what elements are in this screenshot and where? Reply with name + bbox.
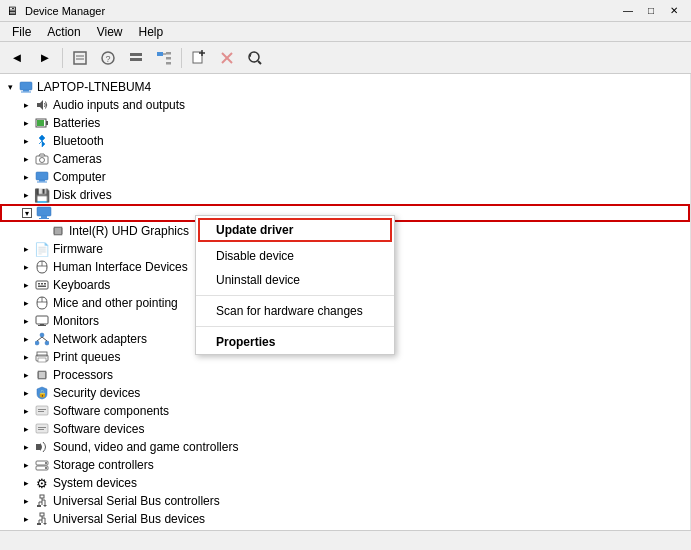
- tree-expand-mice[interactable]: ▸: [18, 295, 34, 311]
- tree-expand-software-comp[interactable]: ▸: [18, 403, 34, 419]
- close-button[interactable]: ✕: [663, 0, 685, 22]
- tree-icon-audio: [34, 97, 50, 113]
- tree-expand-batteries[interactable]: ▸: [18, 115, 34, 131]
- menu-bar: FileActionViewHelp: [0, 22, 691, 42]
- tree-label-usb: Universal Serial Bus controllers: [53, 494, 220, 508]
- context-menu-item-scan-hardware[interactable]: Scan for hardware changes: [196, 299, 394, 323]
- tree-expand-security[interactable]: ▸: [18, 385, 34, 401]
- new-button[interactable]: [186, 45, 212, 71]
- tree-item-disk[interactable]: ▸💾Disk drives: [0, 186, 690, 204]
- tree-item-security[interactable]: ▸🔒Security devices: [0, 384, 690, 402]
- svg-rect-55: [38, 325, 46, 326]
- tree-icon-usb: [34, 493, 50, 509]
- tree-item-batteries[interactable]: ▸Batteries: [0, 114, 690, 132]
- tree-label-hid: Human Interface Devices: [53, 260, 188, 274]
- tree-expand-storage[interactable]: ▸: [18, 457, 34, 473]
- menu-item-file[interactable]: File: [4, 23, 39, 41]
- menu-item-help[interactable]: Help: [131, 23, 172, 41]
- svg-point-56: [40, 333, 44, 337]
- context-menu-item-properties[interactable]: Properties: [196, 330, 394, 354]
- svg-rect-32: [37, 182, 47, 183]
- tree-icon-display: [36, 205, 52, 221]
- svg-rect-0: [74, 52, 86, 64]
- delete-button[interactable]: [214, 45, 240, 71]
- svg-rect-5: [130, 53, 142, 56]
- tree-item-processors[interactable]: ▸Processors: [0, 366, 690, 384]
- tree-item-storage[interactable]: ▸Storage controllers: [0, 456, 690, 474]
- tree-expand-keyboards[interactable]: ▸: [18, 277, 34, 293]
- tree-expand-print[interactable]: ▸: [18, 349, 34, 365]
- window-controls: — □ ✕: [617, 0, 685, 22]
- tree-expand-system[interactable]: ▸: [18, 475, 34, 491]
- tree-expand-monitors[interactable]: ▸: [18, 313, 34, 329]
- view-button[interactable]: [123, 45, 149, 71]
- tree-expand-software-dev[interactable]: ▸: [18, 421, 34, 437]
- tree-expand-display[interactable]: ▾: [20, 205, 36, 221]
- tree-expand-firmware[interactable]: ▸: [18, 241, 34, 257]
- toolbar: ◄ ► ?: [0, 42, 691, 74]
- tree-label-audio: Audio inputs and outputs: [53, 98, 185, 112]
- tree-icon-print: [34, 349, 50, 365]
- tree-label-sound: Sound, video and game controllers: [53, 440, 238, 454]
- app-icon: 🖥: [6, 4, 20, 18]
- tree-icon-intel-gpu: [50, 223, 66, 239]
- tree-icon-cameras: [34, 151, 50, 167]
- tree-item-root[interactable]: ▾LAPTOP-LTNEBUM4: [0, 78, 690, 96]
- help-button[interactable]: ?: [95, 45, 121, 71]
- tree-expand-usb-dev[interactable]: ▸: [18, 511, 34, 527]
- minimize-button[interactable]: —: [617, 0, 639, 22]
- tree-item-usb[interactable]: ▸Universal Serial Bus controllers: [0, 492, 690, 510]
- tree-expand-computer[interactable]: ▸: [18, 169, 34, 185]
- svg-rect-9: [166, 52, 171, 55]
- tree-expand-intel-gpu[interactable]: ▸: [34, 223, 50, 239]
- menu-item-action[interactable]: Action: [39, 23, 88, 41]
- tree-item-usb-dev[interactable]: ▸Universal Serial Bus devices: [0, 510, 690, 528]
- tree-expand-audio[interactable]: ▸: [18, 97, 34, 113]
- tree-button[interactable]: [151, 45, 177, 71]
- svg-rect-79: [36, 444, 40, 450]
- tree-expand-network[interactable]: ▸: [18, 331, 34, 347]
- svg-rect-26: [37, 120, 44, 126]
- svg-rect-25: [46, 121, 48, 125]
- tree-label-cameras: Cameras: [53, 152, 102, 166]
- context-menu-item-uninstall-device[interactable]: Uninstall device: [196, 268, 394, 292]
- tree-expand-usb[interactable]: ▸: [18, 493, 34, 509]
- svg-marker-91: [43, 505, 47, 507]
- properties-button[interactable]: [67, 45, 93, 71]
- tree-expand-hid[interactable]: ▸: [18, 259, 34, 275]
- svg-marker-99: [43, 523, 47, 525]
- tree-item-sound[interactable]: ▸Sound, video and game controllers: [0, 438, 690, 456]
- context-menu-item-disable-device[interactable]: Disable device: [196, 244, 394, 268]
- tree-item-software-comp[interactable]: ▸Software components: [0, 402, 690, 420]
- tree-label-keyboards: Keyboards: [53, 278, 110, 292]
- tree-label-batteries: Batteries: [53, 116, 100, 130]
- tree-item-bluetooth[interactable]: ▸Bluetooth: [0, 132, 690, 150]
- svg-rect-11: [166, 62, 171, 65]
- title-bar-text: Device Manager: [25, 5, 617, 17]
- svg-point-83: [45, 467, 47, 469]
- tree-expand-cameras[interactable]: ▸: [18, 151, 34, 167]
- tree-icon-hid: [34, 259, 50, 275]
- tree-item-software-dev[interactable]: ▸Software devices: [0, 420, 690, 438]
- forward-button[interactable]: ►: [32, 45, 58, 71]
- tree-item-system[interactable]: ▸⚙System devices: [0, 474, 690, 492]
- svg-rect-46: [36, 281, 48, 289]
- tree-expand-sound[interactable]: ▸: [18, 439, 34, 455]
- back-button[interactable]: ◄: [4, 45, 30, 71]
- svg-rect-48: [41, 283, 43, 285]
- tree-expand-root[interactable]: ▾: [2, 79, 18, 95]
- svg-rect-47: [38, 283, 40, 285]
- menu-item-view[interactable]: View: [89, 23, 131, 41]
- tree-item-computer[interactable]: ▸Computer: [0, 168, 690, 186]
- maximize-button[interactable]: □: [640, 0, 662, 22]
- tree-expand-disk[interactable]: ▸: [18, 187, 34, 203]
- svg-point-58: [45, 341, 49, 345]
- tree-expand-bluetooth[interactable]: ▸: [18, 133, 34, 149]
- svg-rect-22: [21, 92, 31, 93]
- tree-item-cameras[interactable]: ▸Cameras: [0, 150, 690, 168]
- tree-expand-processors[interactable]: ▸: [18, 367, 34, 383]
- scan-button[interactable]: [242, 45, 268, 71]
- tree-item-audio[interactable]: ▸Audio inputs and outputs: [0, 96, 690, 114]
- context-menu-item-update-driver[interactable]: Update driver: [198, 218, 392, 242]
- tree-icon-sound: [34, 439, 50, 455]
